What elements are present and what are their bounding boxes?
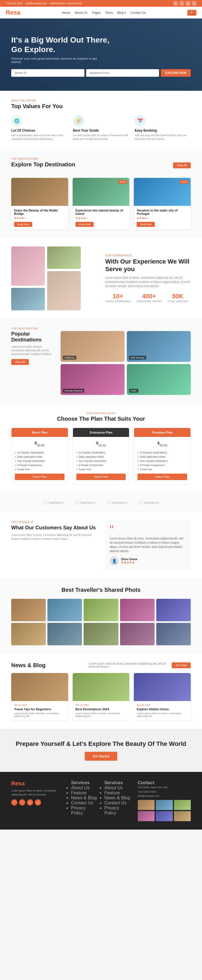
- partner-icon-4: ⬡: [138, 500, 143, 506]
- facebook-icon[interactable]: f: [173, 1, 178, 6]
- googleplus-icon[interactable]: g: [186, 1, 190, 6]
- nav-tours[interactable]: Tours: [105, 11, 113, 14]
- price-enterprise: Enterprise Plan $59.00 10 Popular Destin…: [73, 428, 130, 484]
- nav-pages[interactable]: Pages: [92, 11, 101, 14]
- popular-view-all-button[interactable]: View All: [11, 359, 29, 365]
- news-card-1: Jan 10, 2024 Travel Tips for Beginners L…: [11, 673, 68, 721]
- book-rialto-button[interactable]: Book Now: [14, 222, 32, 227]
- cta-button[interactable]: Get Started: [85, 752, 117, 761]
- stat-years-num: 10+: [105, 293, 131, 300]
- footer-twitter-icon[interactable]: t: [19, 799, 25, 805]
- twitter-icon[interactable]: t: [180, 1, 184, 6]
- exp-image-woman2: [47, 271, 81, 310]
- news-excerpt-1: Lorem ipsum dolor sit amet, consectetur …: [14, 712, 66, 718]
- news-title-1: Travel Tips for Beginners: [14, 708, 66, 711]
- news-date-2: Feb 15, 2024: [75, 704, 127, 706]
- price-basic-f1: 10 Popular Destinations: [15, 451, 64, 454]
- pop-label-maldives: Maldives: [63, 356, 76, 360]
- footer-service-5[interactable]: Privacy Policy: [71, 805, 98, 816]
- nav-home[interactable]: Home: [62, 11, 70, 14]
- gallery-item-9: [120, 623, 155, 645]
- destination-island: SALE Experience the natural beauty of Is…: [73, 178, 130, 230]
- news-title-2: Best Destinations 2024: [75, 708, 127, 711]
- footer-logo: Resa: [11, 780, 64, 787]
- dest-wrapper-3: SALE: [134, 178, 191, 206]
- explore-section: TOP DESTINATION Explore Top Destination …: [0, 149, 202, 238]
- price-premium-select-button[interactable]: Select Plan: [138, 474, 187, 480]
- stat-visitors: 30K TOTAL VISITORS: [167, 293, 188, 303]
- gallery-title: Best Traveller's Shared Phots: [11, 587, 191, 593]
- dest-wrapper-1: [11, 178, 68, 206]
- footer-links-col: Services About Us Feature News & Blog Co…: [104, 780, 131, 821]
- footer-link-1[interactable]: About Us: [104, 785, 131, 791]
- feature-choices: 🌐 Lot Of Choices Sed ut perspiciatis und…: [11, 115, 67, 141]
- footer-service-4[interactable]: Contact Us: [71, 800, 98, 805]
- nav-blog[interactable]: Blog ▾: [117, 11, 126, 14]
- pop-label-bali: Bali Resung: [129, 356, 146, 360]
- pop-card-paris: Paris: [127, 364, 191, 395]
- footer-gallery: [138, 800, 191, 821]
- guide-desc: Our best guides with 10+ years of experi…: [73, 134, 129, 141]
- destination-portugal: SALE Vacation to the water city of Portu…: [134, 178, 191, 230]
- choices-title: Lot Of Choices: [11, 129, 67, 132]
- footer-service-3[interactable]: News & Blog: [71, 795, 98, 800]
- pricing-section: OUR PRICING PLAN Choose The Plan That Su…: [0, 403, 202, 492]
- news-excerpt-2: Lorem ipsum dolor sit amet, consectetur …: [75, 712, 127, 718]
- dest-wrapper-2: SALE: [73, 178, 130, 206]
- footer-link-3[interactable]: News & Blog: [104, 795, 131, 800]
- footer-link-4[interactable]: Contact Us: [104, 800, 131, 805]
- nav-search-button[interactable]: 🔍: [188, 10, 196, 16]
- booking-icon: 📅: [135, 115, 146, 126]
- news-date-3: Mar 20, 2024: [136, 704, 188, 706]
- cta-title: Prepare Yourself & Let's Explore The Bea…: [11, 740, 191, 748]
- footer-google-icon[interactable]: g: [27, 799, 33, 805]
- price-enterprise-body: $59.00 10 Popular Destinations Daily App…: [73, 437, 129, 484]
- nav-about[interactable]: About Us: [75, 11, 88, 14]
- gallery-section: Best Traveller's Shared Phots: [0, 578, 202, 654]
- footer-link-2[interactable]: Feature: [104, 791, 131, 795]
- news-image-2: [73, 673, 130, 701]
- explore-view-all-button[interactable]: View All: [173, 162, 191, 168]
- price-basic-select-button[interactable]: Select Plan: [15, 474, 64, 480]
- testimonials-section: TESTIMONIALS What Our Customers Say Abou…: [0, 512, 202, 578]
- hero-departure-input[interactable]: [86, 69, 159, 77]
- hero-explore-button[interactable]: EXPLORE NOW: [161, 69, 191, 77]
- linkedin-icon[interactable]: in: [192, 1, 196, 6]
- footer-service-1[interactable]: About Us: [71, 785, 98, 791]
- gallery-item-5: [156, 599, 191, 621]
- hero-section: It's a Big World Out There, Go Explore. …: [0, 19, 202, 91]
- book-island-button[interactable]: Book Now: [75, 222, 94, 227]
- pricing-label: OUR PRICING PLAN: [11, 412, 191, 415]
- book-portugal-button[interactable]: Book Now: [136, 222, 155, 227]
- exp-title: With Our Experience We Will Serve you: [105, 258, 191, 273]
- price-enterprise-select-button[interactable]: Select Plan: [76, 474, 126, 480]
- navbar: Resa Home About Us Pages Tours Blog ▾ Co…: [0, 7, 202, 19]
- footer-service-2[interactable]: Feature: [71, 791, 98, 795]
- popular-layout: Popular Destinations Lorem ipsum dolor s…: [11, 331, 191, 395]
- topbar: +00 1122 3344 info@example.com Nothing b…: [0, 0, 202, 7]
- nav-contact[interactable]: Contact Us: [130, 11, 146, 14]
- footer-gallery-1: [138, 800, 155, 810]
- partner-name-4: logotype.io: [144, 501, 159, 504]
- news-grid: Jan 10, 2024 Travel Tips for Beginners L…: [11, 673, 191, 721]
- dest-title-2: Experience the natural beauty of Island: [75, 208, 127, 215]
- footer-gallery-4: [138, 811, 155, 821]
- feature-guide: 🧭 Best Tour Guide Our best guides with 1…: [73, 115, 129, 141]
- testimonial-author: 👤 Zhou Gona ★★★★★: [110, 557, 186, 565]
- footer-links-list: About Us Feature News & Blog Contact Us …: [104, 785, 131, 816]
- footer-linkedin-icon[interactable]: in: [35, 799, 41, 805]
- footer-services-list: About Us Feature News & Blog Contact Us …: [71, 785, 98, 816]
- dest-stars-2: ★★★★☆: [75, 216, 127, 220]
- footer-facebook-icon[interactable]: f: [11, 799, 18, 805]
- hero-where-input[interactable]: [11, 69, 85, 77]
- news-body-3: Mar 20, 2024 Explore Hidden Gems Lorem i…: [134, 701, 191, 721]
- testimonials-title: What Our Customers Say About Us: [11, 525, 97, 531]
- news-get-start-button[interactable]: Get Start: [172, 662, 191, 668]
- price-enterprise-amount: $59.00: [76, 441, 126, 448]
- price-basic-f2: Daily Application Hotel: [15, 455, 64, 458]
- partner-icon-3: ⬡: [107, 500, 111, 506]
- features-grid: 🌐 Lot Of Choices Sed ut perspiciatis und…: [11, 115, 191, 141]
- footer-about-text: Lorem ipsum dolor sit amet, consectetur …: [11, 789, 64, 797]
- dest-stars-3: ★★★★☆: [136, 216, 188, 220]
- footer-link-5[interactable]: Privacy Policy: [104, 805, 131, 816]
